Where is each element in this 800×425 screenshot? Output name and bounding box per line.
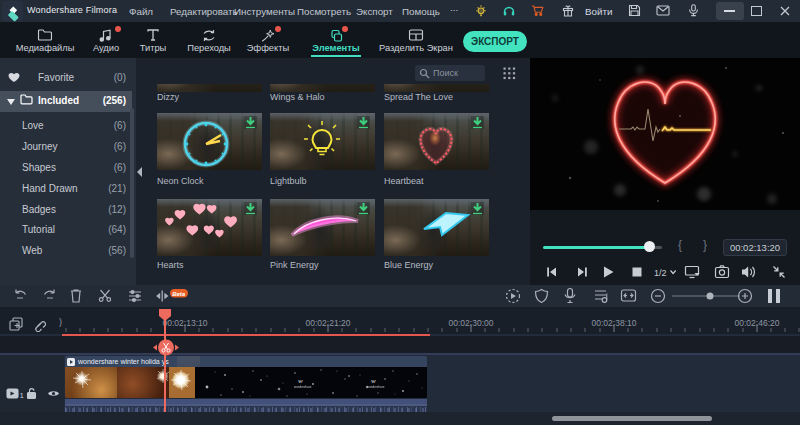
svg-text:1: 1 bbox=[20, 391, 25, 400]
svg-text:wondershare: wondershare bbox=[367, 385, 385, 389]
svg-text:wondershare: wondershare bbox=[294, 385, 312, 389]
svg-text:w: w bbox=[298, 377, 303, 385]
svg-text:w: w bbox=[371, 377, 376, 385]
svg-text:1/2: 1/2 bbox=[654, 268, 667, 278]
svg-text:Beta: Beta bbox=[172, 291, 186, 297]
